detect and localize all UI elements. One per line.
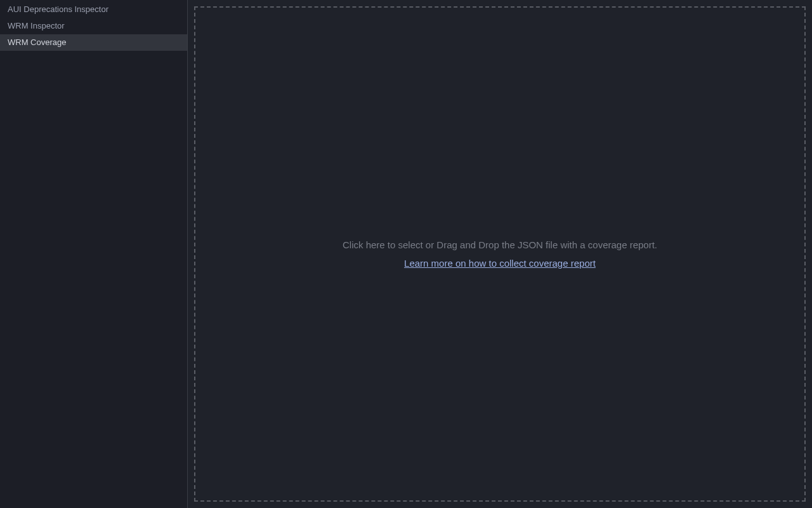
coverage-dropzone[interactable]: Click here to select or Drag and Drop th… <box>194 6 806 502</box>
dropzone-instruction: Click here to select or Drag and Drop th… <box>343 239 657 250</box>
sidebar: AUI Deprecations Inspector WRM Inspector… <box>0 0 188 508</box>
sidebar-item-wrm-inspector[interactable]: WRM Inspector <box>0 18 187 34</box>
main-panel: Click here to select or Drag and Drop th… <box>188 0 812 508</box>
sidebar-item-aui-deprecations[interactable]: AUI Deprecations Inspector <box>0 0 187 18</box>
learn-more-link[interactable]: Learn more on how to collect coverage re… <box>404 258 596 269</box>
sidebar-item-wrm-coverage[interactable]: WRM Coverage <box>0 34 187 51</box>
